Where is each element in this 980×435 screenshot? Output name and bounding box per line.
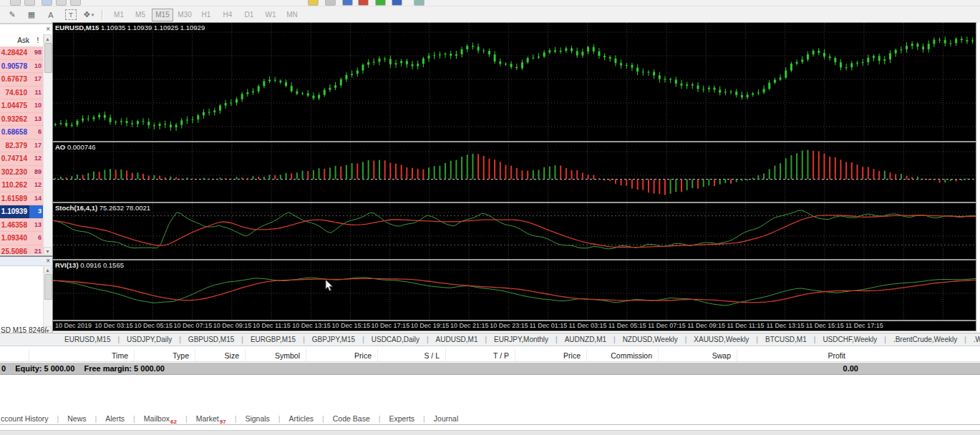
- ao-value: 0.000746: [67, 143, 96, 151]
- scroll-up-icon[interactable]: ▲: [44, 265, 52, 273]
- timeframe-m5[interactable]: M5: [130, 9, 150, 21]
- terminal-tab-mailbox[interactable]: Mailbox62: [135, 414, 185, 423]
- refresh-icon[interactable]: [392, 0, 402, 6]
- chart-tab-.wticrude[interactable]: .WTICrude,Weekly: [966, 336, 980, 343]
- timeframe-h1[interactable]: H1: [196, 9, 216, 21]
- time-axis-label: 11 Dec 11:15: [727, 322, 764, 329]
- ask-price: 1.04475: [0, 99, 29, 112]
- ao-indicator-pane[interactable]: AO 0.000746: [53, 142, 976, 202]
- terminal-tab-news[interactable]: News: [59, 414, 94, 423]
- stop-icon[interactable]: [358, 0, 369, 6]
- scrollbar-thumb[interactable]: [44, 274, 52, 300]
- stochastic-indicator-pane[interactable]: Stoch(16,4,1) 75.2632 78.0021: [53, 203, 976, 259]
- close-icon[interactable]: ×: [46, 257, 50, 265]
- spread-value: 13: [29, 219, 44, 232]
- chart-tab-eurgbp[interactable]: EURGBP,M15: [243, 336, 303, 343]
- market-watch-row[interactable]: 1.109393: [0, 205, 44, 219]
- terminal-tab-journal[interactable]: Journal: [425, 414, 467, 423]
- time-axis-label: 10 Dec 23:15: [490, 322, 528, 329]
- chart-tab-gbpusd[interactable]: GBPUSD,M15: [181, 336, 241, 343]
- timeframe-m30[interactable]: M30: [175, 9, 195, 21]
- chart-tab-usdchf[interactable]: USDCHF,Weekly: [815, 336, 884, 343]
- ask-price: 0.74714: [0, 152, 29, 165]
- calculator-icon[interactable]: [414, 0, 424, 6]
- market-watch-row[interactable]: 74.61011: [0, 87, 44, 100]
- column-spread: !: [32, 34, 44, 47]
- rvi-indicator-pane[interactable]: RVI(13) 0.0916 0.1565: [53, 260, 976, 320]
- terminal-tab-articles[interactable]: Articles: [281, 414, 322, 423]
- terminal-tab-market[interactable]: Market97: [188, 414, 235, 423]
- autotrading-icon[interactable]: [342, 0, 353, 6]
- docked-panel-scrollbar[interactable]: ▲ ▼: [43, 265, 52, 334]
- timeframe-h4[interactable]: H4: [218, 9, 238, 21]
- new-chart-icon[interactable]: [10, 0, 21, 6]
- time-axis-label: 10 Dec 13:15: [292, 322, 331, 329]
- chart-tab-nzdusd[interactable]: NZDUSD,Weekly: [616, 336, 685, 343]
- chart-tab-btcusd[interactable]: BTCUSD,M1: [758, 336, 814, 343]
- chart-tab-eurusd[interactable]: EURUSD,M15: [57, 336, 117, 343]
- chevron-down-icon[interactable]: ▾: [92, 12, 94, 18]
- grid-tool-icon[interactable]: ▦: [24, 9, 39, 21]
- add-indicator-icon[interactable]: [375, 0, 386, 6]
- market-watch-row[interactable]: 110.26212: [0, 179, 44, 192]
- terminal-tab-ccount-history[interactable]: ccount History: [0, 414, 57, 423]
- close-icon[interactable]: ×: [46, 24, 50, 34]
- terminal-tab-signals[interactable]: Signals: [236, 414, 278, 423]
- market-watch-row[interactable]: 25.508621: [0, 245, 44, 255]
- terminal-tab-experts[interactable]: Experts: [380, 414, 423, 423]
- market-watch-icon[interactable]: [42, 0, 52, 6]
- profiles-icon[interactable]: [24, 0, 35, 6]
- price-pane[interactable]: EURUSD,M15 1.10935 1.10939 1.10925 1.109…: [53, 23, 976, 141]
- timeframe-w1[interactable]: W1: [261, 9, 281, 21]
- scroll-up-icon[interactable]: ▲: [44, 34, 52, 42]
- scroll-down-icon[interactable]: ▼: [44, 247, 52, 255]
- market-watch-row[interactable]: 1.0447510: [0, 99, 44, 113]
- timeframe-m1[interactable]: M1: [109, 9, 129, 21]
- new-order-icon[interactable]: [308, 0, 319, 6]
- market-watch-row[interactable]: 0.9057810: [0, 60, 44, 74]
- market-watch-scrollbar[interactable]: ▲ ▼: [43, 34, 52, 255]
- terminal-tab-alerts[interactable]: Alerts: [97, 414, 133, 423]
- terminal-tab-code-base[interactable]: Code Base: [324, 414, 379, 423]
- text-tool-icon[interactable]: A: [44, 9, 58, 21]
- market-watch-row[interactable]: 0.7471412: [0, 152, 44, 166]
- column-symbol: Symbol: [245, 349, 306, 361]
- chart-canvas: [53, 142, 976, 202]
- chart-tab-eurjpy[interactable]: EURJPY,Monthly: [487, 336, 556, 343]
- market-watch-row[interactable]: 1.4635813: [0, 219, 44, 233]
- time-axis-label: 10 Dec 07:15: [174, 322, 213, 329]
- rvi-values: 0.0916 0.1565: [80, 261, 124, 269]
- timeframe-mn[interactable]: MN: [282, 9, 302, 21]
- draw-tool-icon[interactable]: ✎: [5, 9, 19, 21]
- chart-tab-xauusd[interactable]: XAUUSD,Weekly: [687, 336, 756, 343]
- arrows-tool-icon[interactable]: ✥▾: [82, 9, 96, 21]
- navigator-icon[interactable]: [56, 0, 67, 6]
- market-watch-row[interactable]: 1.6158914: [0, 192, 44, 206]
- market-watch-row[interactable]: 1.093406: [0, 232, 44, 245]
- chart-tab-usdjpy[interactable]: USDJPY,Daily: [120, 336, 179, 343]
- market-watch-row[interactable]: 302.23089: [0, 166, 44, 180]
- market-watch-row[interactable]: 0.9326213: [0, 113, 44, 127]
- ask-price: 110.262: [0, 179, 29, 192]
- market-watch-row[interactable]: 0.686586: [0, 126, 44, 140]
- spread-value: 17: [29, 73, 44, 86]
- chart-window[interactable]: EURUSD,M15 1.10935 1.10939 1.10925 1.109…: [53, 23, 976, 331]
- terminal-icon[interactable]: [70, 0, 81, 6]
- rvi-label: RVI(13) 0.0916 0.1565: [55, 261, 124, 269]
- scrollbar-thumb[interactable]: [44, 43, 52, 73]
- time-axis-label: 10 Dec 09:15: [213, 322, 252, 329]
- market-watch-row[interactable]: 82.37917: [0, 140, 44, 153]
- timeframe-d1[interactable]: D1: [239, 9, 259, 21]
- chart-tab-audnzd[interactable]: AUDNZD,M1: [558, 336, 613, 343]
- chart-tab-audusd[interactable]: AUDUSD,M1: [429, 336, 485, 343]
- chart-tab-usdcad[interactable]: USDCAD,Daily: [364, 336, 427, 343]
- market-watch-row[interactable]: 4.2842498: [0, 47, 44, 60]
- chart-tab-.brentcrude[interactable]: .BrentCrude,Weekly: [886, 336, 964, 343]
- mt4-terminal: ✎▦AT✥▾ M1M5M15M30H1H4D1W1MN × Ask ! 4.28…: [0, 0, 980, 435]
- expert-advisors-icon[interactable]: [325, 0, 336, 6]
- column-size: Size: [195, 349, 245, 361]
- timeframe-m15[interactable]: M15: [152, 9, 173, 21]
- text-label-tool-icon[interactable]: T: [65, 9, 77, 20]
- chart-tab-gbpjpy[interactable]: GBPJPY,M15: [305, 336, 362, 343]
- market-watch-row[interactable]: 0.6767317: [0, 73, 44, 87]
